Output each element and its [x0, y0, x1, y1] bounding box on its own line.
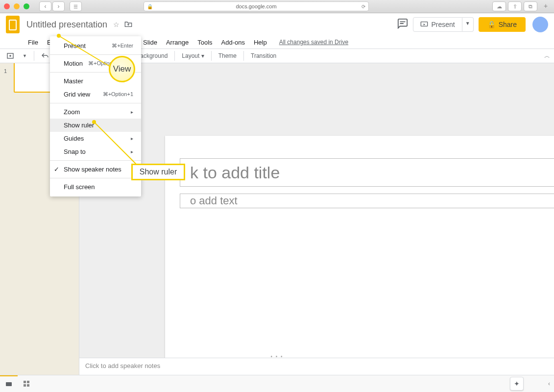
canvas-area[interactable]: k to add title o add text	[79, 63, 554, 392]
header-actions: Present ▼ 🔒 Share	[397, 17, 548, 32]
shortcut-label: ⌘+Option+1	[103, 91, 133, 98]
comments-icon[interactable]	[397, 18, 408, 31]
subtitle-placeholder[interactable]: o add text	[180, 194, 554, 208]
transition-button[interactable]: Transition	[248, 50, 279, 61]
share-button[interactable]: 🔒 Share	[479, 17, 526, 32]
slides-logo-icon[interactable]	[3, 15, 23, 34]
svg-rect-2	[6, 382, 12, 386]
svg-line-10	[94, 122, 140, 168]
lock-icon: 🔒	[147, 4, 153, 9]
slide[interactable]: k to add title o add text	[165, 136, 554, 392]
share-lock-icon: 🔒	[487, 21, 496, 28]
title-placeholder[interactable]: k to add title	[180, 158, 554, 187]
footer-tabs: ✦ ‹	[0, 375, 554, 392]
window-minimize-button[interactable]	[14, 3, 20, 9]
tabs-icon[interactable]: ⧉	[524, 1, 537, 11]
menu-separator	[50, 178, 141, 178]
menu-slide[interactable]: Slide	[140, 38, 161, 47]
menu-item-zoom[interactable]: Zoom ▸	[50, 105, 141, 119]
new-tab-button[interactable]: +	[541, 1, 550, 10]
window-controls	[4, 3, 29, 9]
svg-line-8	[59, 36, 110, 67]
menu-item-grid-view[interactable]: Grid view ⌘+Option+1	[50, 88, 141, 101]
svg-rect-5	[24, 384, 26, 387]
present-button[interactable]: Present	[413, 17, 462, 32]
doc-header: Untitled presentation ☆ Present ▼ 🔒 Shar…	[0, 13, 554, 36]
callout-show-ruler: Show ruler	[131, 164, 185, 180]
browser-back-button[interactable]: ‹	[39, 1, 51, 11]
toolbar-separator	[34, 51, 34, 61]
collapse-toolbar-button[interactable]: ︿	[544, 52, 550, 60]
speaker-notes[interactable]: Click to add speaker notes	[79, 358, 554, 375]
url-bar[interactable]: 🔒 docs.google.com ⟳	[144, 1, 369, 11]
move-icon[interactable]	[124, 21, 132, 29]
check-icon: ✓	[54, 166, 59, 173]
new-slide-button[interactable]	[4, 50, 18, 62]
menu-item-full-screen[interactable]: Full screen	[50, 180, 141, 194]
browser-nav: ‹ ›	[39, 1, 65, 11]
avatar[interactable]	[532, 17, 548, 32]
layout-button[interactable]: Layout ▾	[179, 50, 207, 61]
present-icon	[420, 21, 428, 28]
callout-view: View	[109, 56, 135, 82]
present-label: Present	[431, 21, 455, 28]
notes-placeholder: Click to add speaker notes	[85, 362, 160, 369]
grid-tab-icon[interactable]	[18, 375, 35, 392]
url-text: docs.google.com	[236, 3, 276, 9]
share-sheet-icon[interactable]: ⇪	[508, 1, 522, 11]
reload-icon[interactable]: ⟳	[361, 4, 365, 9]
thumbnail-number: 1	[4, 68, 7, 74]
share-label: Share	[499, 21, 517, 28]
theme-button[interactable]: Theme	[216, 50, 240, 61]
title-wrap: Untitled presentation ☆	[26, 20, 397, 30]
toolbar-separator	[243, 51, 244, 61]
star-icon[interactable]: ☆	[113, 21, 120, 28]
toolbar-separator	[174, 51, 175, 61]
save-status[interactable]: All changes saved in Drive	[279, 39, 348, 46]
menu-file[interactable]: File	[24, 38, 42, 47]
svg-rect-3	[24, 381, 26, 383]
browser-titlebar: ‹ › ☰ 🔒 docs.google.com ⟳ ☁ ⇪ ⧉ +	[0, 0, 554, 13]
icloud-icon[interactable]: ☁	[492, 1, 506, 11]
present-dropdown-button[interactable]: ▼	[462, 17, 474, 32]
browser-sidebar-toggle[interactable]: ☰	[70, 1, 82, 11]
menu-help[interactable]: Help	[250, 38, 270, 47]
menu-arrange[interactable]: Arrange	[163, 38, 192, 47]
side-panel-toggle[interactable]: ‹	[548, 380, 550, 387]
filmstrip-tab-icon[interactable]	[0, 375, 18, 392]
toolbar-separator	[211, 51, 212, 61]
browser-actions: ☁ ⇪ ⧉ +	[492, 1, 550, 11]
menu-addons[interactable]: Add-ons	[218, 38, 248, 47]
window-zoom-button[interactable]	[24, 3, 29, 9]
submenu-arrow-icon: ▸	[131, 109, 133, 115]
new-slide-dropdown[interactable]: ▼	[20, 51, 30, 60]
svg-rect-4	[27, 381, 29, 383]
explore-button[interactable]: ✦	[510, 377, 524, 391]
doc-title[interactable]: Untitled presentation	[26, 20, 107, 30]
menu-tools[interactable]: Tools	[194, 38, 216, 47]
svg-rect-6	[27, 384, 29, 387]
browser-forward-button[interactable]: ›	[52, 1, 65, 11]
menu-separator	[50, 103, 141, 103]
window-close-button[interactable]	[4, 3, 10, 9]
